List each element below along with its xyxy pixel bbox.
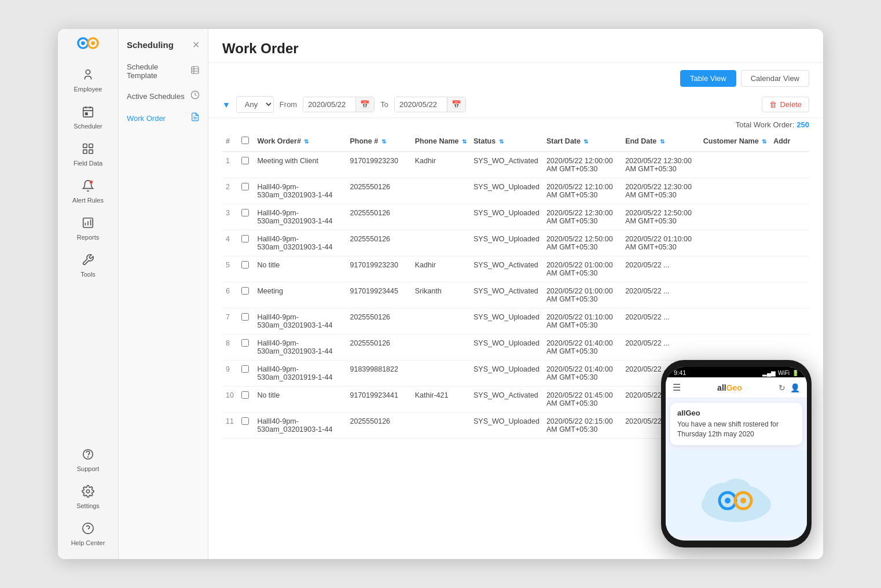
- cell-check-5[interactable]: [238, 282, 254, 308]
- col-header-addr[interactable]: Addr: [770, 131, 809, 152]
- sort-status-icon: ⇅: [499, 138, 504, 145]
- cell-check-0[interactable]: [238, 152, 254, 178]
- table-row: 3 HallI40-9pm-530am_03201903-1-44 202555…: [222, 204, 809, 230]
- table-view-btn[interactable]: Table View: [680, 70, 736, 87]
- cell-check-6[interactable]: [238, 308, 254, 335]
- scheduling-title: Scheduling: [127, 40, 174, 50]
- table-row: 5 No title 917019923230 Kadhir SYS_WO_Ac…: [222, 256, 809, 282]
- cell-check-2[interactable]: [238, 204, 254, 230]
- sidebar-item-support[interactable]: Support: [62, 442, 114, 478]
- active-schedules-icon: [190, 90, 200, 102]
- cell-phone-9: 917019923441: [347, 387, 412, 413]
- settings-icon: [82, 485, 94, 501]
- sidebar-item-helpcenter[interactable]: Help Center: [62, 516, 114, 552]
- col-header-enddate[interactable]: End Date ⇅: [622, 131, 700, 152]
- row-checkbox-9[interactable]: [241, 391, 249, 399]
- row-checkbox-8[interactable]: [241, 365, 249, 373]
- cell-customer-2: [700, 204, 770, 230]
- col-header-phonename[interactable]: Phone Name ⇅: [412, 131, 470, 152]
- active-schedules-item[interactable]: Active Schedules: [119, 85, 208, 107]
- sidebar-item-tools[interactable]: Tools: [62, 248, 114, 284]
- sort-customer-icon: ⇅: [762, 138, 766, 145]
- cell-enddate-5: 2020/05/22 ...: [622, 282, 700, 308]
- col-header-status[interactable]: Status ⇅: [470, 131, 543, 152]
- sidebar-item-fielddata[interactable]: Field Data: [62, 137, 114, 172]
- sidebar-item-reports[interactable]: Reports: [62, 211, 114, 247]
- cell-num-3: 4: [222, 230, 238, 256]
- cell-num-5: 6: [222, 282, 238, 308]
- cell-check-7[interactable]: [238, 335, 254, 361]
- row-checkbox-0[interactable]: [241, 157, 249, 164]
- col-header-startdate[interactable]: Start Date ⇅: [543, 131, 622, 152]
- to-calendar-btn[interactable]: 📅: [447, 97, 465, 112]
- cell-check-8[interactable]: [238, 361, 254, 387]
- cell-check-1[interactable]: [238, 178, 254, 204]
- cell-status-3: SYS_WO_Uploaded: [470, 230, 543, 256]
- cell-num-7: 8: [222, 335, 238, 361]
- table-row: 4 HallI40-9pm-530am_03201903-1-44 202555…: [222, 230, 809, 256]
- row-checkbox-5[interactable]: [241, 287, 249, 295]
- delete-btn[interactable]: 🗑 Delete: [762, 97, 809, 112]
- to-date-input[interactable]: [395, 97, 447, 112]
- phone-frame: 9:41 ▂▄▆ WiFi 🔋 ☰ allGeo: [661, 360, 812, 547]
- cell-phone-10: 2025550126: [347, 413, 412, 439]
- col-header-workorder[interactable]: Work Order# ⇅: [254, 131, 346, 152]
- phone-time: 9:41: [674, 369, 686, 376]
- cell-phone-1: 2025550126: [347, 178, 412, 204]
- schedule-template-item[interactable]: Schedule Template: [119, 57, 208, 85]
- cell-addr-3: [770, 230, 809, 256]
- row-checkbox-2[interactable]: [241, 209, 249, 216]
- row-checkbox-1[interactable]: [241, 183, 249, 190]
- svg-rect-10: [83, 144, 87, 148]
- col-header-phone[interactable]: Phone # ⇅: [347, 131, 412, 152]
- cell-customer-3: [700, 230, 770, 256]
- sidebar-item-scheduler[interactable]: Scheduler: [62, 100, 114, 135]
- sidebar-item-employee[interactable]: Employee: [62, 63, 114, 98]
- work-order-label: Work Order: [127, 114, 166, 123]
- helpcenter-label: Help Center: [71, 539, 105, 546]
- cell-enddate-1: 2020/05/22 12:30:00 AM GMT+05:30: [622, 178, 700, 204]
- cell-check-10[interactable]: [238, 413, 254, 439]
- cell-startdate-7: 2020/05/22 01:40:00 AM GMT+05:30: [543, 335, 622, 361]
- filter-select[interactable]: Any: [236, 96, 274, 113]
- col-header-customername[interactable]: Customer Name ⇅: [700, 131, 770, 152]
- cell-check-4[interactable]: [238, 256, 254, 282]
- cell-startdate-0: 2020/05/22 12:00:00 AM GMT+05:30: [543, 152, 622, 178]
- cell-phone-4: 917019923230: [347, 256, 412, 282]
- employee-icon: [82, 68, 94, 84]
- svg-rect-12: [83, 150, 87, 153]
- scheduling-close-btn[interactable]: ✕: [192, 39, 200, 50]
- cell-workorder-3: HallI40-9pm-530am_03201903-1-44: [254, 230, 346, 256]
- row-checkbox-4[interactable]: [241, 261, 249, 269]
- sidebar-item-alertrules[interactable]: Alert Rules: [62, 174, 114, 210]
- notif-message: You have a new shift rostered for Thursd…: [677, 420, 795, 439]
- content-body: # Work Order# ⇅ Phone # ⇅ Phon: [208, 131, 823, 559]
- from-calendar-btn[interactable]: 📅: [355, 97, 374, 112]
- cell-customer-4: [700, 256, 770, 282]
- cell-customer-0: [700, 152, 770, 178]
- row-checkbox-7[interactable]: [241, 339, 249, 347]
- support-label: Support: [77, 465, 100, 472]
- cell-check-9[interactable]: [238, 387, 254, 413]
- notif-app-name: allGeo: [677, 409, 795, 417]
- row-checkbox-10[interactable]: [241, 417, 249, 425]
- row-checkbox-3[interactable]: [241, 235, 249, 242]
- cell-customer-7: [700, 335, 770, 361]
- tools-icon: [82, 253, 94, 269]
- from-date-group: 📅: [303, 97, 375, 112]
- cell-workorder-8: HallI40-9pm-530am_03201919-1-44: [254, 361, 346, 387]
- select-all-checkbox[interactable]: [241, 137, 249, 144]
- cell-check-3[interactable]: [238, 230, 254, 256]
- cell-phonename-0: Kadhir: [412, 152, 470, 178]
- sort-phone-icon: ⇅: [381, 138, 386, 145]
- cell-status-1: SYS_WO_Uploaded: [470, 178, 543, 204]
- work-order-item[interactable]: Work Order: [119, 107, 208, 129]
- sidebar-item-settings[interactable]: Settings: [62, 479, 114, 515]
- calendar-view-btn[interactable]: Calendar View: [741, 70, 809, 87]
- from-date-input[interactable]: [303, 97, 355, 112]
- svg-rect-13: [89, 150, 93, 153]
- row-checkbox-6[interactable]: [241, 313, 249, 321]
- sort-startdate-icon: ⇅: [583, 138, 588, 145]
- to-date-group: 📅: [394, 97, 466, 112]
- cell-phone-5: 917019923445: [347, 282, 412, 308]
